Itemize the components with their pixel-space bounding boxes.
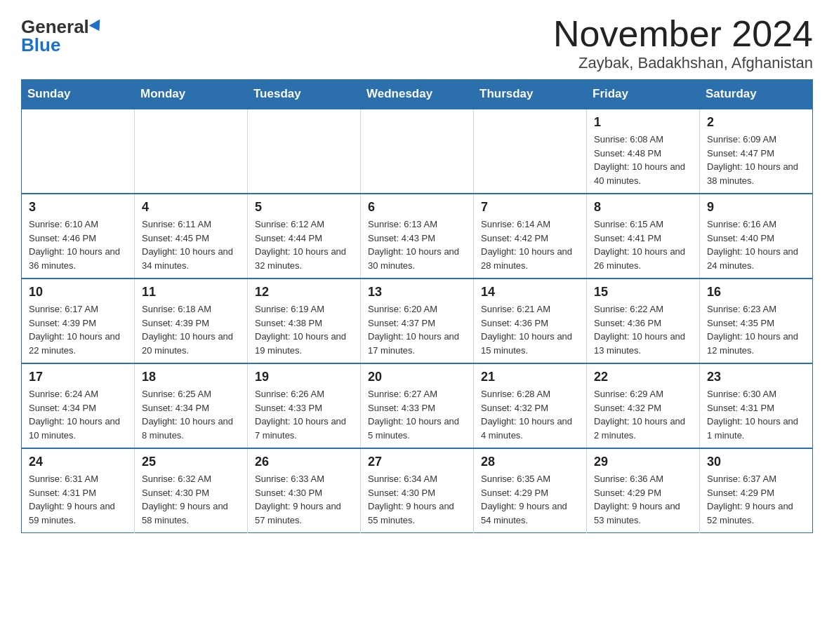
day-number: 20: [368, 370, 466, 384]
day-info: Sunrise: 6:15 AM Sunset: 4:41 PM Dayligh…: [594, 217, 692, 272]
calendar-cell: 6Sunrise: 6:13 AM Sunset: 4:43 PM Daylig…: [361, 194, 474, 279]
day-info: Sunrise: 6:33 AM Sunset: 4:30 PM Dayligh…: [255, 472, 353, 527]
day-number: 11: [142, 285, 240, 300]
day-info: Sunrise: 6:35 AM Sunset: 4:29 PM Dayligh…: [481, 472, 579, 527]
day-number: 4: [142, 200, 240, 215]
day-number: 5: [255, 200, 353, 215]
day-info: Sunrise: 6:19 AM Sunset: 4:38 PM Dayligh…: [255, 302, 353, 357]
logo-triangle-icon: [89, 19, 105, 34]
day-info: Sunrise: 6:31 AM Sunset: 4:31 PM Dayligh…: [29, 472, 127, 527]
day-info: Sunrise: 6:10 AM Sunset: 4:46 PM Dayligh…: [29, 217, 127, 272]
calendar-table: SundayMondayTuesdayWednesdayThursdayFrid…: [21, 79, 813, 533]
day-number: 8: [594, 200, 692, 215]
calendar-cell: 19Sunrise: 6:26 AM Sunset: 4:33 PM Dayli…: [248, 363, 361, 448]
column-header-saturday: Saturday: [700, 80, 813, 109]
day-info: Sunrise: 6:24 AM Sunset: 4:34 PM Dayligh…: [29, 387, 127, 442]
day-number: 9: [707, 200, 805, 215]
calendar-cell: 18Sunrise: 6:25 AM Sunset: 4:34 PM Dayli…: [135, 363, 248, 448]
day-number: 14: [481, 285, 579, 300]
day-info: Sunrise: 6:26 AM Sunset: 4:33 PM Dayligh…: [255, 387, 353, 442]
calendar-cell: [361, 109, 474, 194]
logo: General Blue: [21, 14, 103, 54]
day-info: Sunrise: 6:16 AM Sunset: 4:40 PM Dayligh…: [707, 217, 805, 272]
day-number: 13: [368, 285, 466, 300]
day-info: Sunrise: 6:23 AM Sunset: 4:35 PM Dayligh…: [707, 302, 805, 357]
day-number: 16: [707, 285, 805, 300]
calendar-cell: 27Sunrise: 6:34 AM Sunset: 4:30 PM Dayli…: [361, 448, 474, 533]
day-number: 29: [594, 455, 692, 469]
column-header-friday: Friday: [587, 80, 700, 109]
column-header-sunday: Sunday: [22, 80, 135, 109]
subtitle: Zaybak, Badakhshan, Afghanistan: [553, 54, 813, 72]
logo-blue-line: Blue: [21, 36, 60, 54]
calendar-cell: 24Sunrise: 6:31 AM Sunset: 4:31 PM Dayli…: [22, 448, 135, 533]
calendar-cell: 4Sunrise: 6:11 AM Sunset: 4:45 PM Daylig…: [135, 194, 248, 279]
calendar-week-row: 3Sunrise: 6:10 AM Sunset: 4:46 PM Daylig…: [22, 194, 813, 279]
day-info: Sunrise: 6:34 AM Sunset: 4:30 PM Dayligh…: [368, 472, 466, 527]
day-info: Sunrise: 6:12 AM Sunset: 4:44 PM Dayligh…: [255, 217, 353, 272]
day-number: 12: [255, 285, 353, 300]
calendar-cell: 1Sunrise: 6:08 AM Sunset: 4:48 PM Daylig…: [587, 109, 700, 194]
header: General Blue November 2024 Zaybak, Badak…: [21, 14, 813, 72]
calendar-cell: 15Sunrise: 6:22 AM Sunset: 4:36 PM Dayli…: [587, 279, 700, 363]
day-number: 1: [594, 115, 692, 130]
calendar-cell: 30Sunrise: 6:37 AM Sunset: 4:29 PM Dayli…: [700, 448, 813, 533]
calendar-cell: 8Sunrise: 6:15 AM Sunset: 4:41 PM Daylig…: [587, 194, 700, 279]
day-info: Sunrise: 6:30 AM Sunset: 4:31 PM Dayligh…: [707, 387, 805, 442]
calendar-cell: 26Sunrise: 6:33 AM Sunset: 4:30 PM Dayli…: [248, 448, 361, 533]
day-number: 26: [255, 455, 353, 469]
day-info: Sunrise: 6:28 AM Sunset: 4:32 PM Dayligh…: [481, 387, 579, 442]
calendar-week-row: 10Sunrise: 6:17 AM Sunset: 4:39 PM Dayli…: [22, 279, 813, 363]
calendar-cell: 28Sunrise: 6:35 AM Sunset: 4:29 PM Dayli…: [474, 448, 587, 533]
day-number: 25: [142, 455, 240, 469]
calendar-cell: 20Sunrise: 6:27 AM Sunset: 4:33 PM Dayli…: [361, 363, 474, 448]
day-number: 17: [29, 370, 127, 384]
day-number: 21: [481, 370, 579, 384]
day-info: Sunrise: 6:27 AM Sunset: 4:33 PM Dayligh…: [368, 387, 466, 442]
column-header-tuesday: Tuesday: [248, 80, 361, 109]
day-number: 3: [29, 200, 127, 215]
day-number: 22: [594, 370, 692, 384]
day-number: 2: [707, 115, 805, 130]
column-header-wednesday: Wednesday: [361, 80, 474, 109]
calendar-cell: [135, 109, 248, 194]
calendar-cell: 29Sunrise: 6:36 AM Sunset: 4:29 PM Dayli…: [587, 448, 700, 533]
day-number: 27: [368, 455, 466, 469]
calendar-cell: 7Sunrise: 6:14 AM Sunset: 4:42 PM Daylig…: [474, 194, 587, 279]
day-number: 15: [594, 285, 692, 300]
day-info: Sunrise: 6:32 AM Sunset: 4:30 PM Dayligh…: [142, 472, 240, 527]
day-number: 24: [29, 455, 127, 469]
day-number: 10: [29, 285, 127, 300]
calendar-cell: [248, 109, 361, 194]
day-info: Sunrise: 6:22 AM Sunset: 4:36 PM Dayligh…: [594, 302, 692, 357]
calendar-cell: 2Sunrise: 6:09 AM Sunset: 4:47 PM Daylig…: [700, 109, 813, 194]
logo-blue-text: Blue: [21, 36, 60, 54]
day-info: Sunrise: 6:25 AM Sunset: 4:34 PM Dayligh…: [142, 387, 240, 442]
calendar-cell: 17Sunrise: 6:24 AM Sunset: 4:34 PM Dayli…: [22, 363, 135, 448]
title-area: November 2024 Zaybak, Badakhshan, Afghan…: [553, 14, 813, 72]
day-info: Sunrise: 6:17 AM Sunset: 4:39 PM Dayligh…: [29, 302, 127, 357]
day-number: 7: [481, 200, 579, 215]
column-header-thursday: Thursday: [474, 80, 587, 109]
logo-general-line: General: [21, 18, 103, 36]
day-info: Sunrise: 6:36 AM Sunset: 4:29 PM Dayligh…: [594, 472, 692, 527]
day-number: 28: [481, 455, 579, 469]
calendar-cell: 21Sunrise: 6:28 AM Sunset: 4:32 PM Dayli…: [474, 363, 587, 448]
calendar-cell: 10Sunrise: 6:17 AM Sunset: 4:39 PM Dayli…: [22, 279, 135, 363]
day-info: Sunrise: 6:20 AM Sunset: 4:37 PM Dayligh…: [368, 302, 466, 357]
calendar-cell: 23Sunrise: 6:30 AM Sunset: 4:31 PM Dayli…: [700, 363, 813, 448]
main-title: November 2024: [553, 14, 813, 54]
day-info: Sunrise: 6:29 AM Sunset: 4:32 PM Dayligh…: [594, 387, 692, 442]
calendar-cell: 13Sunrise: 6:20 AM Sunset: 4:37 PM Dayli…: [361, 279, 474, 363]
calendar-week-row: 17Sunrise: 6:24 AM Sunset: 4:34 PM Dayli…: [22, 363, 813, 448]
day-info: Sunrise: 6:08 AM Sunset: 4:48 PM Dayligh…: [594, 133, 692, 187]
column-header-monday: Monday: [135, 80, 248, 109]
calendar-cell: 12Sunrise: 6:19 AM Sunset: 4:38 PM Dayli…: [248, 279, 361, 363]
calendar-cell: [474, 109, 587, 194]
calendar-cell: 9Sunrise: 6:16 AM Sunset: 4:40 PM Daylig…: [700, 194, 813, 279]
day-info: Sunrise: 6:18 AM Sunset: 4:39 PM Dayligh…: [142, 302, 240, 357]
logo-general-text: General: [21, 18, 89, 36]
calendar-cell: 11Sunrise: 6:18 AM Sunset: 4:39 PM Dayli…: [135, 279, 248, 363]
calendar-cell: 14Sunrise: 6:21 AM Sunset: 4:36 PM Dayli…: [474, 279, 587, 363]
day-number: 6: [368, 200, 466, 215]
